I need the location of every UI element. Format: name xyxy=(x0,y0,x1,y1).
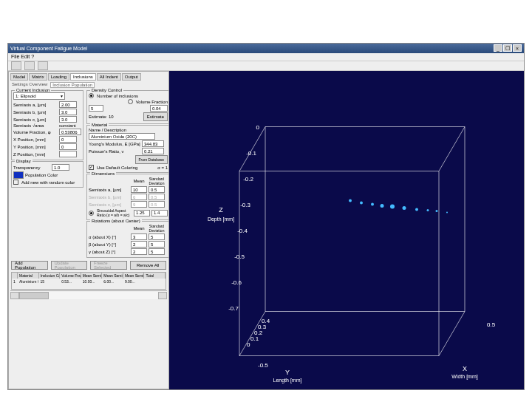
semic-input[interactable]: 3.0 xyxy=(59,116,77,123)
svg-text:0.5: 0.5 xyxy=(487,321,496,328)
3d-viewport[interactable]: 0 -0.1 -0.2 -0.3 -0.4 -0.5 -0.6 -0.7 0.4… xyxy=(169,71,524,389)
svg-point-28 xyxy=(360,202,363,205)
h-scrollbar[interactable] xyxy=(10,290,167,299)
tab-output[interactable]: Output xyxy=(122,73,141,81)
svg-text:-0.2: -0.2 xyxy=(243,176,253,183)
dim-a-mean[interactable]: 10 xyxy=(131,186,147,193)
freeze-selected-button: Freeze Selected xyxy=(90,261,127,270)
svg-text:-0.7: -0.7 xyxy=(228,305,239,312)
svg-point-33 xyxy=(415,208,418,211)
estimate-button[interactable]: Estimate xyxy=(143,112,168,121)
population-color-swatch[interactable] xyxy=(13,171,24,179)
rot-z-sd[interactable]: 5 xyxy=(149,248,165,255)
scroll-thumb[interactable] xyxy=(19,292,49,299)
rot-y-mean[interactable]: 2 xyxy=(131,241,147,248)
pr-input[interactable]: 0.21 xyxy=(142,148,164,154)
default-coloring-checkbox[interactable]: ✓ xyxy=(89,165,94,170)
svg-point-34 xyxy=(427,209,429,211)
tool-new-icon[interactable] xyxy=(11,61,21,70)
vf-input[interactable]: 0.53806 xyxy=(59,129,81,135)
svg-point-29 xyxy=(371,203,374,206)
density-vf-input[interactable]: 0.04 xyxy=(150,105,168,112)
tool-open-icon[interactable] xyxy=(24,61,35,70)
svg-text:Y: Y xyxy=(285,369,290,376)
semib-input[interactable]: 3.0 xyxy=(59,109,77,115)
subtab-active[interactable]: Inclusion Population xyxy=(50,82,95,88)
tab-model[interactable]: Model xyxy=(10,73,28,81)
side-panel: Model Matrix Loading Inclusions All Inde… xyxy=(8,71,169,389)
tab-loading[interactable]: Loading xyxy=(48,73,69,81)
ym-input[interactable]: 344.83 xyxy=(142,140,164,147)
add-population-button[interactable]: Add Population xyxy=(11,261,48,270)
rotations-group: Rotations (about Center) MeanStandard De… xyxy=(86,221,169,258)
dim-c-mean: 9 xyxy=(131,201,147,208)
tabset: Model Matrix Loading Inclusions All Inde… xyxy=(10,73,167,81)
dimensions-group: Dimensions MeanStandard Deviation Semiax… xyxy=(86,174,169,220)
tab-inclusions[interactable]: Inclusions xyxy=(70,73,96,81)
svg-text:0.1: 0.1 xyxy=(250,335,259,342)
svg-point-31 xyxy=(390,205,395,209)
dim-ar-mean[interactable]: 1.25 xyxy=(134,210,150,216)
dim-ar-sd[interactable]: 1.4 xyxy=(151,210,168,216)
update-population-button: Update Population xyxy=(51,261,88,270)
inclusion-select[interactable]: 1: Elipsoid xyxy=(13,92,65,100)
svg-text:Width [mm]: Width [mm] xyxy=(451,374,477,380)
semia-input[interactable]: 2.00 xyxy=(59,101,77,108)
material-group: Material Name / Description Aluminium Ox… xyxy=(86,125,169,173)
svg-text:X: X xyxy=(463,365,467,372)
svg-text:-0.5: -0.5 xyxy=(234,253,245,260)
svg-point-36 xyxy=(446,212,448,214)
subtabs[interactable]: Settings Overview Inclusion Population xyxy=(10,82,167,88)
rot-z-mean[interactable]: 2 xyxy=(131,248,147,255)
from-db-button[interactable]: From Database xyxy=(135,155,168,164)
svg-marker-1 xyxy=(239,171,439,356)
table-row[interactable]: 1 Aluminium Ox 15 0.53... 10.00... 6.00.… xyxy=(12,279,166,284)
xpos-input[interactable]: 0 xyxy=(59,136,77,143)
random-color-checkbox[interactable] xyxy=(13,180,18,185)
svg-line-2 xyxy=(239,127,265,171)
dim-c-sd: 0.5 xyxy=(149,201,165,208)
menubar[interactable]: File Edit ? xyxy=(8,53,524,61)
radio-number[interactable] xyxy=(89,93,94,98)
svg-marker-0 xyxy=(265,127,465,312)
transparency-input[interactable]: 1.0 xyxy=(52,164,69,171)
aspect-radio[interactable] xyxy=(89,211,94,216)
svg-text:-0.3: -0.3 xyxy=(240,202,250,208)
zpos-input[interactable] xyxy=(59,151,77,157)
material-name-input[interactable]: Aluminium Oxide (20C) xyxy=(89,133,155,140)
svg-point-32 xyxy=(403,206,406,210)
svg-text:0: 0 xyxy=(247,341,250,348)
maximize-button[interactable]: ▢ xyxy=(503,44,512,52)
dim-a-sd[interactable]: 0.5 xyxy=(149,186,165,193)
tool-save-icon[interactable] xyxy=(38,61,48,70)
current-inclusion-group: Current Inclusion 1: Elipsoid Semiaxis a… xyxy=(11,90,83,160)
svg-text:Length [mm]: Length [mm] xyxy=(273,378,302,383)
toolbar xyxy=(8,61,524,71)
rot-y-sd[interactable]: 5 xyxy=(149,241,165,248)
rot-x-sd[interactable]: 5 xyxy=(149,233,165,240)
titlebar[interactable]: Virtual Component Fatigue Model _ ▢ × xyxy=(8,44,524,53)
svg-text:-0.6: -0.6 xyxy=(231,279,242,286)
scroll-left-icon[interactable] xyxy=(10,292,19,299)
remove-all-button[interactable]: Remove All xyxy=(130,261,167,270)
minimize-button[interactable]: _ xyxy=(494,44,502,52)
svg-text:-0.1: -0.1 xyxy=(246,150,256,157)
svg-point-35 xyxy=(436,210,438,212)
tab-matrix[interactable]: Matrix xyxy=(29,73,47,81)
close-button[interactable]: × xyxy=(513,44,522,52)
rot-x-mean[interactable]: 3 xyxy=(131,233,147,240)
svg-text:-0.5: -0.5 xyxy=(258,362,268,369)
density-n-input[interactable]: 5 xyxy=(89,105,103,112)
density-group: Density Control Number of inclusions Vol… xyxy=(86,90,169,124)
population-table[interactable]: Material Inclusion Count Volume Fraction… xyxy=(11,272,166,290)
scroll-right-icon[interactable] xyxy=(158,292,167,299)
radio-volfrac[interactable] xyxy=(128,99,133,104)
display-group: Display Transparency1.0 Population Color… xyxy=(11,161,83,188)
dim-b-mean: 6 xyxy=(131,194,147,200)
dim-b-sd: 0.5 xyxy=(149,194,165,200)
tab-allindent[interactable]: All Indent xyxy=(97,73,121,81)
window-title: Virtual Component Fatigue Model xyxy=(10,46,87,51)
ypos-input[interactable]: 0 xyxy=(59,143,77,150)
svg-text:-0.4: -0.4 xyxy=(237,228,248,234)
svg-text:0: 0 xyxy=(256,124,260,131)
